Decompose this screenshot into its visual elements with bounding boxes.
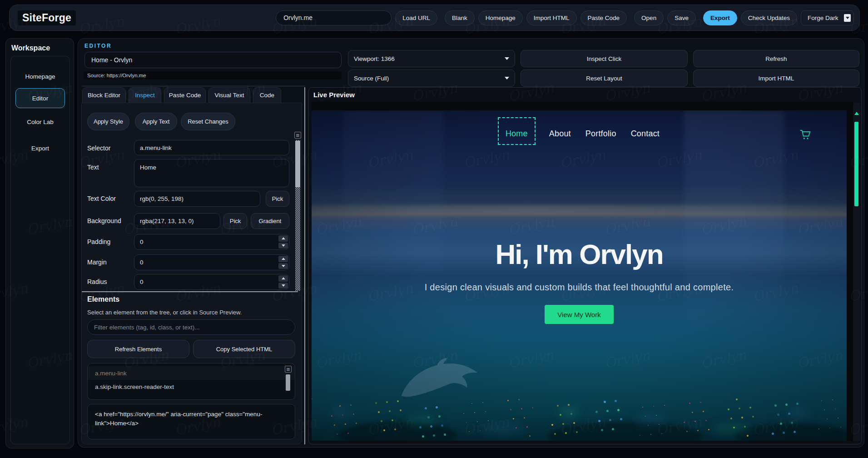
tab-block-editor[interactable]: Block Editor (82, 87, 126, 103)
sidebar-item-export[interactable]: Export (15, 138, 65, 158)
paste-code-button[interactable]: Paste Code (580, 10, 627, 25)
gradient-button[interactable]: Gradient (251, 213, 289, 229)
text-color-pick-button[interactable]: Pick (266, 191, 289, 207)
app-root: SiteForge Load URL Blank Homepage Import… (0, 0, 868, 458)
topbar: SiteForge Load URL Blank Homepage Import… (9, 5, 860, 31)
text-input[interactable]: Home (134, 159, 289, 187)
elements-hint: Select an element from the tree, or clic… (87, 309, 242, 316)
source-label: Source: https://Orvlyn.me (84, 71, 342, 80)
spinner-up-icon[interactable] (278, 256, 288, 262)
source-mode-select[interactable]: Source (Full) (348, 70, 515, 87)
tabs-top-separator (82, 86, 305, 86)
radius-input[interactable] (134, 274, 289, 290)
brand-logo: SiteForge (18, 10, 76, 25)
elements-title: Elements (87, 295, 119, 304)
preview-scrollbar-thumb[interactable] (854, 122, 858, 206)
reset-layout-button[interactable]: Reset Layout (521, 70, 688, 87)
tab-paste-code[interactable]: Paste Code (164, 87, 206, 103)
theme-select[interactable]: Forge Dark (801, 10, 854, 25)
spinner-up-icon[interactable] (278, 235, 288, 242)
workspace-title: Workspace (11, 44, 50, 52)
elements-divider (82, 291, 298, 292)
check-updates-button[interactable]: Check Updates (741, 10, 797, 25)
sidebar: Workspace Homepage Editor Color Lab Expo… (5, 38, 74, 448)
page-title-input[interactable] (84, 52, 342, 68)
sidebar-item-homepage[interactable]: Homepage (15, 66, 65, 86)
chevron-down-icon (844, 14, 851, 22)
ocean-background: Home About Portfolio Contact Hi, I'm Orv… (312, 110, 847, 441)
spinner-down-icon[interactable] (278, 263, 288, 269)
text-color-input[interactable] (134, 191, 260, 207)
scroll-handle-icon[interactable]: ▥ (285, 366, 292, 373)
editor-section-label: EDITOR (84, 43, 112, 49)
inspector-scrollbar-thumb[interactable] (295, 141, 300, 187)
tree-item[interactable]: a.skip-link.screen-reader-text (88, 380, 295, 393)
selected-html-code: <a href="https://orvlyn.me/" aria-curren… (87, 404, 295, 439)
tree-item[interactable]: a.menu-link (88, 366, 295, 380)
margin-input[interactable] (134, 254, 289, 270)
background-input[interactable] (134, 213, 220, 229)
selector-input[interactable] (134, 140, 289, 155)
inspect-click-button[interactable]: Inspect Click (521, 50, 688, 67)
homepage-button[interactable]: Homepage (478, 10, 523, 25)
import-html-button[interactable]: Import HTML (526, 10, 577, 25)
open-button[interactable]: Open (634, 10, 664, 25)
refresh-elements-button[interactable]: Refresh Elements (87, 340, 189, 358)
theme-select-value: Forge Dark (808, 15, 838, 21)
selector-label: Selector (87, 144, 110, 152)
radius-stepper (134, 274, 289, 290)
copy-selected-html-button[interactable]: Copy Selected HTML (193, 340, 295, 358)
panel-resizer[interactable] (304, 87, 305, 444)
tree-item[interactable] (88, 393, 295, 400)
text-color-label: Text Color (87, 195, 116, 202)
text-label: Text (87, 164, 99, 171)
spinner-up-icon[interactable] (278, 275, 288, 282)
margin-stepper (134, 254, 289, 270)
tab-code[interactable]: Code (253, 87, 281, 103)
save-button[interactable]: Save (667, 10, 696, 25)
preview-viewport: Home About Portfolio Contact Hi, I'm Orv… (312, 102, 853, 441)
blank-button[interactable]: Blank (445, 10, 475, 25)
tab-inspect[interactable]: Inspect (129, 87, 161, 103)
tree-scrollbar-thumb[interactable] (286, 374, 290, 391)
chevron-down-icon (505, 57, 509, 60)
refresh-button[interactable]: Refresh (693, 50, 859, 67)
element-tree: a.menu-link a.skip-link.screen-reader-te… (87, 363, 295, 400)
ocean-vignette (312, 110, 847, 441)
chevron-down-icon (505, 77, 509, 80)
padding-stepper (134, 234, 289, 250)
apply-text-button[interactable]: Apply Text (135, 113, 177, 130)
viewport-select[interactable]: Viewport: 1366 (348, 50, 515, 67)
load-url-button[interactable]: Load URL (395, 10, 437, 25)
scroll-handle-icon[interactable]: ▥ (294, 132, 301, 139)
workspace-panel: Homepage Editor Color Lab Export (10, 56, 70, 444)
reset-changes-button[interactable]: Reset Changes (181, 113, 235, 130)
import-html-header-button[interactable]: Import HTML (693, 70, 859, 87)
margin-label: Margin (87, 259, 107, 266)
scroll-up-icon[interactable] (854, 112, 859, 115)
background-pick-button[interactable]: Pick (223, 213, 247, 229)
background-label: Background (87, 217, 121, 224)
live-preview-title: Live Preview (313, 91, 355, 99)
tab-visual-text[interactable]: Visual Text (208, 87, 250, 103)
source-mode-select-value: Source (Full) (354, 75, 389, 82)
sidebar-item-color-lab[interactable]: Color Lab (15, 112, 65, 132)
export-button[interactable]: Export (703, 10, 737, 25)
url-input[interactable] (276, 10, 392, 25)
radius-label: Radius (87, 278, 107, 285)
sidebar-item-editor[interactable]: Editor (15, 88, 65, 108)
spinner-down-icon[interactable] (278, 283, 288, 289)
padding-input[interactable] (134, 234, 289, 250)
spinner-down-icon[interactable] (278, 243, 288, 249)
padding-label: Padding (87, 238, 110, 245)
filter-input[interactable] (87, 319, 295, 335)
viewport-select-value: Viewport: 1366 (354, 55, 395, 62)
apply-style-button[interactable]: Apply Style (87, 113, 129, 130)
